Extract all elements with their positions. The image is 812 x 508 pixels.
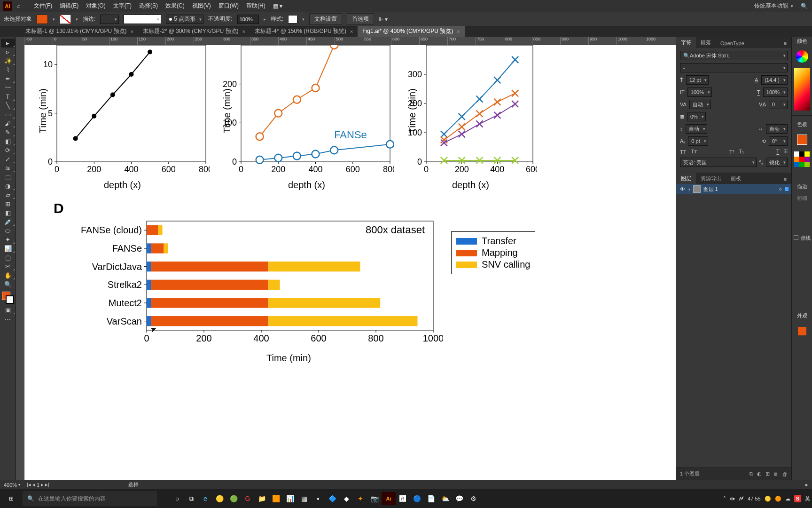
direct-select-tool[interactable]: ▹ [1, 48, 15, 56]
edit-toolbar[interactable]: ⋯ [1, 315, 15, 324]
doc-tab-1[interactable]: 未标题-2* @ 300% (CMYK/GPU 预览)× [138, 26, 250, 37]
selection-tool[interactable]: ▸ [1, 39, 15, 48]
symbol-spray-tool[interactable]: ✦ [1, 235, 15, 244]
doc-tab-2[interactable]: 未标题-4* @ 150% (RGB/GPU 预览)× [250, 26, 358, 37]
font-size-input[interactable]: 12 pt [686, 75, 709, 85]
close-icon[interactable]: × [242, 29, 245, 34]
menu-help[interactable]: 帮助(H) [243, 0, 268, 12]
app6-icon[interactable]: ◆ [339, 489, 353, 508]
stroke-swatch[interactable] [60, 15, 71, 24]
color-panel-label[interactable]: 颜色 [797, 38, 807, 45]
line-tool[interactable]: ╲ [1, 101, 15, 110]
home-icon[interactable]: ⌂ [14, 1, 23, 11]
rotate-tool[interactable]: ⟳ [1, 146, 15, 155]
tab-paragraph[interactable]: 段落 [696, 37, 716, 48]
color-picker-icon[interactable] [795, 49, 809, 64]
rectangle-tool[interactable]: ▭ [1, 110, 15, 119]
char-a3[interactable]: 自动 [766, 124, 788, 134]
stroke-weight-dropdown[interactable] [100, 15, 119, 24]
swatches-panel-label[interactable]: 色板 [797, 121, 807, 128]
tab-artboards[interactable]: 画板 [726, 173, 746, 184]
stroke-shape-dropdown[interactable]: 5 点圆形 [166, 15, 203, 24]
baseline-input[interactable]: 0 pt [688, 136, 708, 146]
tab-asset-export[interactable]: 资源导出 [696, 173, 726, 184]
strike-icon[interactable]: T̶ [784, 149, 788, 155]
menu-edit[interactable]: 编辑(E) [57, 0, 81, 12]
subscript-icon[interactable]: T₁ [739, 149, 744, 155]
dashed-label[interactable]: 虚线 [792, 235, 812, 242]
layer-name[interactable]: 图层 1 [703, 186, 718, 193]
fill-swatch[interactable] [37, 15, 48, 24]
taskbar-search[interactable]: 🔍 在这里输入你要搜索的内容 [23, 491, 157, 506]
free-transform-tool[interactable]: ⬚ [1, 173, 15, 182]
cortana-icon[interactable]: ○ [170, 489, 184, 508]
tracking-input[interactable]: 0 [769, 100, 788, 109]
app5-icon[interactable]: 🔷 [325, 489, 339, 508]
allcaps-icon[interactable]: TT [680, 149, 686, 155]
ime-lang[interactable]: 英 [805, 495, 810, 502]
graph-tool[interactable]: 📊 [1, 244, 15, 253]
kerning-input[interactable]: 自动 [689, 100, 711, 109]
type-tool[interactable]: T [1, 92, 15, 101]
hand-tool[interactable]: ✋ [1, 271, 15, 280]
smallcaps-icon[interactable]: Tᴛ [691, 149, 697, 155]
network-icon[interactable]: 🕪 [730, 496, 735, 501]
tab-opentype[interactable]: OpenType [716, 39, 749, 48]
ime-indicator[interactable]: S [794, 495, 801, 502]
prefs-button[interactable]: 首选项 [347, 13, 374, 25]
stroke-panel-label[interactable]: 描边 [797, 183, 807, 190]
antialiasing-dropdown[interactable]: 锐化 [766, 158, 788, 167]
target-icon[interactable]: ○ [779, 186, 782, 192]
panel-menu-icon[interactable]: ≡ [779, 175, 791, 184]
app2-icon[interactable]: 🟧 [269, 489, 283, 508]
visibility-icon[interactable]: 👁 [679, 186, 686, 192]
pencil-tool[interactable]: ✎ [1, 128, 15, 137]
start-button[interactable]: ⊞ [0, 489, 23, 508]
artboard-nav[interactable]: |◂ ◂ 1 ▸ ▸| [27, 482, 49, 488]
char-a1[interactable]: 0% [687, 112, 706, 121]
app-icon[interactable]: G [241, 489, 255, 508]
menu-file[interactable]: 文件(F) [31, 0, 55, 12]
menu-arrange-icon[interactable]: ▦ ▾ [270, 1, 285, 11]
menu-object[interactable]: 对象(O) [83, 0, 108, 12]
terminal-icon[interactable]: ▪ [311, 489, 325, 508]
slice-tool[interactable]: ✂ [1, 262, 15, 271]
superscript-icon[interactable]: T¹ [729, 149, 734, 155]
system-tray[interactable]: ˄ 🕪 🗲 47 55 🟡🟠☁ S 英 [723, 495, 812, 502]
browser-icon[interactable]: 🟢 [226, 489, 241, 508]
close-icon[interactable]: × [350, 29, 353, 34]
app8-icon[interactable]: 📷 [367, 489, 382, 508]
eraser-tool[interactable]: ◧ [1, 137, 15, 146]
curvature-tool[interactable]: 〰 [1, 83, 15, 92]
rotation-input[interactable]: 0° [769, 136, 788, 146]
font-weight-dropdown[interactable]: - [680, 63, 788, 72]
edge-icon[interactable]: e [198, 489, 212, 508]
mesh-tool[interactable]: ⊞ [1, 199, 15, 208]
menu-type[interactable]: 文字(T) [110, 0, 134, 12]
eyedropper-tool[interactable]: 💉 [1, 217, 15, 226]
fill-stroke-control[interactable] [2, 292, 14, 304]
app9-icon[interactable]: 🅰 [396, 489, 410, 508]
app7-icon[interactable]: ✦ [353, 489, 367, 508]
scale-tool[interactable]: ⤢ [1, 155, 15, 164]
app13-icon[interactable]: 💬 [452, 489, 466, 508]
tray-up-icon[interactable]: ˄ [723, 496, 726, 502]
opacity-input[interactable] [237, 15, 259, 24]
pen-tool[interactable]: ✒ [1, 74, 15, 83]
zoom-dropdown[interactable]: 400% ▾ [4, 482, 20, 488]
panel-menu-icon[interactable]: ≡ [779, 39, 791, 48]
brush-dropdown[interactable] [124, 15, 161, 24]
search-icon[interactable]: 🔍 [799, 1, 809, 11]
menu-window[interactable]: 窗口(W) [216, 0, 242, 12]
color-spectrum[interactable] [794, 68, 810, 111]
hscale-input[interactable]: 100% [763, 87, 788, 97]
zoom-tool[interactable]: 🔍 [1, 280, 15, 289]
menu-select[interactable]: 选择(S) [136, 0, 161, 12]
blend-tool[interactable]: ⬭ [1, 226, 15, 235]
expand-icon[interactable]: › [688, 186, 690, 192]
menu-effect[interactable]: 效果(C) [163, 0, 187, 12]
font-family-dropdown[interactable]: 🔍 Adobe 宋体 Std L [680, 51, 788, 60]
magic-wand-tool[interactable]: ✨ [1, 56, 15, 65]
menu-view[interactable]: 视图(V) [189, 0, 214, 12]
mask-icon[interactable]: ◐ [757, 471, 762, 477]
